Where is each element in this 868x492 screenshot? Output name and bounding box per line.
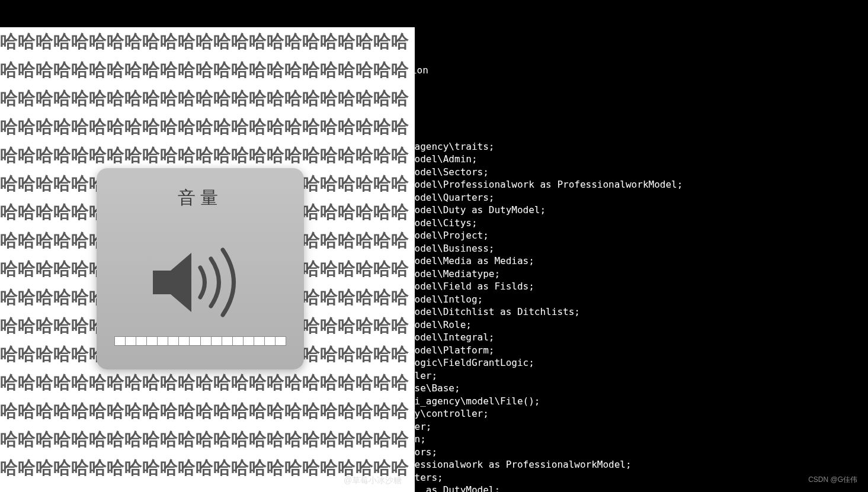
volume-segment (190, 337, 200, 345)
volume-segment (168, 337, 179, 345)
volume-segment (115, 337, 126, 345)
volume-segment (222, 337, 233, 345)
watermark-weibo: @草莓小冰沙糖 (344, 475, 402, 486)
volume-segment (126, 337, 136, 345)
volume-segment (158, 337, 168, 345)
volume-segment (212, 337, 222, 345)
volume-slider[interactable] (114, 336, 286, 346)
volume-popup: 音量 (97, 168, 304, 369)
haha-line: 哈哈哈哈哈哈哈哈哈哈哈哈哈哈哈哈哈哈哈哈哈哈哈 (0, 397, 415, 425)
watermark-csdn: CSDN @G佳伟 (808, 475, 857, 485)
volume-segment (265, 337, 276, 345)
volume-icon (108, 228, 292, 336)
haha-line: 哈哈哈哈哈哈哈哈哈哈哈哈哈哈哈哈哈哈哈哈哈哈哈 (0, 84, 415, 112)
haha-line: 哈哈哈哈哈哈哈哈哈哈哈哈哈哈哈哈哈哈哈哈哈哈哈 (0, 141, 415, 169)
volume-segment (244, 337, 254, 345)
haha-line: 哈哈哈哈哈哈哈哈哈哈哈哈哈哈哈哈哈哈哈哈哈哈哈 (0, 27, 415, 56)
haha-line: 哈哈哈哈哈哈哈哈哈哈哈哈哈哈哈哈哈哈哈哈哈哈哈 (0, 368, 415, 397)
haha-line: 哈哈哈哈哈哈哈哈哈哈哈哈哈哈哈哈哈哈哈哈哈哈哈 (0, 56, 415, 84)
volume-segment (147, 337, 158, 345)
volume-segment (179, 337, 190, 345)
haha-line: 哈哈哈哈哈哈哈哈哈哈哈哈哈哈哈哈哈哈哈哈哈哈哈 (0, 425, 415, 454)
volume-segment (136, 337, 147, 345)
volume-segment (254, 337, 265, 345)
volume-segment (276, 337, 286, 345)
haha-line: 哈哈哈哈哈哈哈哈哈哈哈哈哈哈哈哈哈哈哈哈哈哈哈 (0, 112, 415, 141)
volume-segment (233, 337, 244, 345)
volume-title: 音量 (178, 186, 223, 210)
volume-segment (201, 337, 212, 345)
